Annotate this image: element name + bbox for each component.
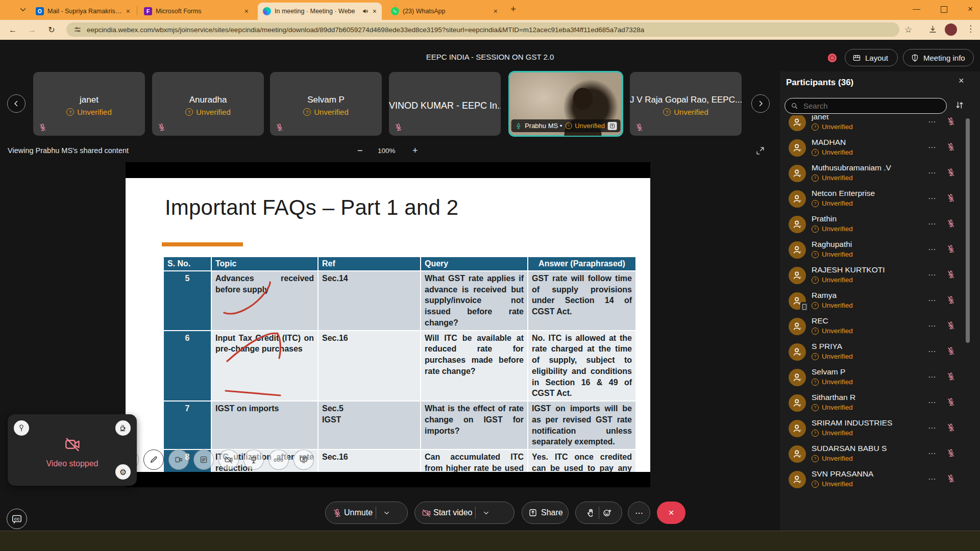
participant-row[interactable]: SUDARSAN BABU S ?Unverified … bbox=[780, 443, 980, 468]
tab-webex-active[interactable]: In meeting · Meeting · Webe × bbox=[258, 3, 382, 20]
pointer-button[interactable] bbox=[243, 449, 264, 470]
participant-menu-icon[interactable]: … bbox=[928, 294, 937, 303]
site-settings-icon[interactable] bbox=[74, 26, 82, 34]
address-bar[interactable]: eepcindia.webex.com/wbxmjs/joinservice/s… bbox=[66, 22, 899, 37]
video-options-chevron[interactable] bbox=[477, 509, 495, 517]
unverified-badge: ?Unverified bbox=[812, 327, 853, 335]
forward-button[interactable]: → bbox=[26, 23, 39, 37]
new-tab-button[interactable]: + bbox=[510, 4, 516, 15]
avatar bbox=[789, 267, 806, 284]
tab-search-icon[interactable] bbox=[18, 5, 28, 14]
participant-menu-icon[interactable]: … bbox=[928, 268, 937, 278]
layout-button[interactable]: Layout bbox=[845, 49, 898, 66]
profile-avatar[interactable] bbox=[945, 23, 957, 36]
tab-title: Microsoft Forms bbox=[156, 8, 241, 15]
pin-icon[interactable] bbox=[14, 420, 29, 436]
reactions-button[interactable] bbox=[575, 502, 622, 524]
muted-mic-icon bbox=[946, 193, 955, 203]
tab-title: (23) WhatsApp bbox=[403, 8, 490, 15]
browser-menu-icon[interactable]: ⋮ bbox=[966, 23, 975, 34]
notes-button[interactable] bbox=[193, 449, 214, 470]
browser-toolbar: ← → ↻ eepcindia.webex.com/wbxmjs/joinser… bbox=[0, 20, 980, 40]
more-options-button[interactable]: ⋯ bbox=[628, 502, 650, 524]
raise-hand-icon[interactable] bbox=[586, 508, 596, 518]
minimize-window-button[interactable]: — bbox=[913, 4, 920, 13]
back-button[interactable]: ← bbox=[6, 23, 19, 37]
participant-row[interactable]: SRIRAM INDUSTRIES ?Unverified … bbox=[780, 417, 980, 443]
meeting-info-button[interactable]: Meeting info bbox=[903, 49, 974, 66]
tab-whatsapp[interactable]: (23) WhatsApp × bbox=[386, 3, 503, 20]
tab-forms[interactable]: F Microsoft Forms × bbox=[139, 3, 254, 20]
sort-icon[interactable] bbox=[954, 100, 965, 110]
annotate-pen-button[interactable] bbox=[143, 449, 164, 470]
video-tile-raja-gopal[interactable]: J V Raja Gopal Rao, EEPC... ?Unverified bbox=[630, 72, 742, 136]
participant-row[interactable]: Raghupathi ?Unverified … bbox=[780, 239, 980, 264]
participant-menu-icon[interactable]: … bbox=[928, 319, 937, 329]
start-video-button[interactable]: Start video bbox=[414, 502, 514, 524]
participant-menu-icon[interactable]: … bbox=[928, 141, 937, 150]
participant-menu-icon[interactable]: … bbox=[928, 166, 937, 176]
participant-menu-icon[interactable]: … bbox=[928, 192, 937, 201]
participant-menu-icon[interactable]: … bbox=[928, 115, 937, 124]
reload-button[interactable]: ↻ bbox=[45, 23, 58, 37]
share-button[interactable]: Share bbox=[522, 502, 569, 524]
participant-menu-icon[interactable]: … bbox=[928, 243, 937, 252]
downloads-icon[interactable] bbox=[928, 24, 938, 34]
participant-row[interactable]: Sitharthan R ?Unverified … bbox=[780, 392, 980, 417]
zoom-in-button[interactable]: + bbox=[412, 145, 418, 156]
participant-row[interactable]: MADHAN ?Unverified … bbox=[780, 137, 980, 162]
media-share-button[interactable] bbox=[168, 449, 189, 470]
search-icon bbox=[791, 102, 798, 110]
participant-menu-icon[interactable]: … bbox=[928, 370, 937, 380]
search-input[interactable] bbox=[802, 101, 927, 111]
participant-row[interactable]: Netcon Enterprise ?Unverified … bbox=[780, 188, 980, 213]
video-tile-prabhu-active-speaker[interactable]: Prabhu MS • ? Unverified bbox=[509, 72, 622, 136]
participant-menu-icon[interactable]: … bbox=[928, 447, 937, 456]
closed-captions-button[interactable] bbox=[7, 509, 27, 529]
close-tab-icon[interactable]: × bbox=[494, 7, 498, 15]
participant-row[interactable]: REC ?Unverified … bbox=[780, 315, 980, 341]
participant-menu-icon[interactable]: … bbox=[928, 345, 937, 354]
participant-row[interactable]: Selvam P ?Unverified … bbox=[780, 366, 980, 392]
stop-share-button[interactable] bbox=[293, 449, 314, 470]
participant-row[interactable]: Muthusubramaniam .V ?Unverified … bbox=[780, 162, 980, 188]
audio-options-chevron[interactable] bbox=[377, 509, 396, 517]
video-tile-vinod[interactable]: VINOD KUMAR - EEPC In... bbox=[389, 72, 501, 136]
video-tile-anuradha[interactable]: Anuradha ?Unverified bbox=[152, 72, 264, 136]
unmute-button[interactable]: Unmute bbox=[325, 502, 408, 524]
leave-meeting-button[interactable]: × bbox=[657, 502, 685, 524]
participant-search[interactable] bbox=[785, 98, 947, 114]
participant-row[interactable]: Prathin ?Unverified … bbox=[780, 213, 980, 239]
video-tile-janet[interactable]: janet ?Unverified bbox=[33, 72, 145, 136]
close-tab-icon[interactable]: × bbox=[126, 7, 130, 15]
step-away-cup-icon[interactable] bbox=[115, 420, 131, 436]
video-tile-selvam[interactable]: Selvam P ?Unverified bbox=[270, 72, 382, 136]
self-view-tile[interactable]: ⚙ Video stopped bbox=[8, 414, 137, 486]
participant-row[interactable]: SVN PRASANNA ?Unverified … bbox=[780, 468, 980, 490]
camera-button[interactable] bbox=[218, 449, 239, 470]
filmstrip-next-button[interactable] bbox=[751, 94, 770, 113]
more-tools-button[interactable]: ooo bbox=[268, 449, 289, 470]
participant-menu-icon[interactable]: … bbox=[928, 217, 937, 227]
close-window-button[interactable]: × bbox=[968, 4, 973, 14]
participant-menu-icon[interactable]: … bbox=[928, 396, 937, 405]
bookmark-star-icon[interactable]: ☆ bbox=[904, 24, 912, 35]
participant-menu-icon[interactable]: … bbox=[928, 421, 937, 431]
participant-menu-icon[interactable]: … bbox=[928, 472, 937, 482]
close-tab-icon[interactable]: × bbox=[244, 7, 249, 15]
tab-mail[interactable]: O Mail - Supriya Ramakrishnan Pil × bbox=[31, 3, 135, 20]
participant-row[interactable]: RAJESH KURTKOTI ?Unverified … bbox=[780, 264, 980, 290]
zoom-out-button[interactable]: − bbox=[357, 145, 363, 156]
filmstrip-previous-button[interactable] bbox=[7, 94, 26, 113]
close-tab-icon[interactable]: × bbox=[373, 7, 377, 15]
maximize-window-button[interactable] bbox=[941, 6, 947, 13]
close-panel-icon[interactable]: × bbox=[959, 76, 964, 86]
scrollbar-thumb[interactable] bbox=[966, 118, 970, 343]
participant-name: janet bbox=[812, 115, 829, 121]
expand-content-icon[interactable] bbox=[755, 146, 765, 156]
participant-row[interactable]: janet ?Unverified … bbox=[780, 115, 980, 137]
participant-row[interactable]: S PRIYA ?Unverified … bbox=[780, 341, 980, 366]
desktop: O Mail - Supriya Ramakrishnan Pil × F Mi… bbox=[0, 0, 980, 551]
participant-row[interactable]: Ramya ?Unverified … bbox=[780, 290, 980, 315]
emoji-reactions-icon[interactable] bbox=[602, 508, 612, 518]
